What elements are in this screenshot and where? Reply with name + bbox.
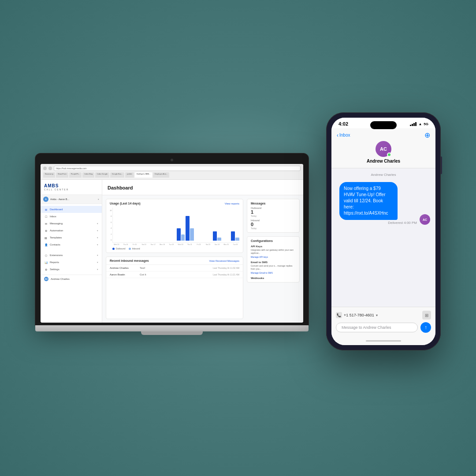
sidebar-item-label: Dashboard bbox=[50, 208, 63, 211]
message-bubble: Now offering a $79 HVAV Tune-Up! Offer v… bbox=[339, 182, 398, 220]
send-button[interactable]: ↑ bbox=[420, 322, 431, 333]
wifi-icon: ▲ bbox=[418, 122, 422, 126]
sidebar-item-extensions[interactable]: ⬡ Extensions ▾ bbox=[41, 252, 102, 259]
phone-time: 4:02 bbox=[338, 121, 348, 126]
sidebar-account[interactable]: A Ambs - Aaron B... ▾ bbox=[41, 195, 102, 204]
browser-tab[interactable]: SharePoint bbox=[56, 172, 68, 178]
chevron-down-icon: ▾ bbox=[97, 254, 98, 257]
more-options-button[interactable]: ⊕ bbox=[424, 131, 430, 139]
browser-tab[interactable]: Index Google bbox=[95, 172, 109, 178]
inbound-bar bbox=[217, 238, 221, 241]
phone-number-display: 📞 +1 517-780-4601 ▾ bbox=[336, 312, 378, 318]
chart-bar-group bbox=[213, 231, 221, 241]
table-row[interactable]: Andrew Charles Test! Last Thursday At 11… bbox=[106, 265, 243, 271]
browser-tab[interactable]: picklet bbox=[125, 172, 134, 178]
message-avatar: AC bbox=[420, 214, 430, 225]
account-chevron: ▾ bbox=[98, 198, 99, 201]
message-row: Now offering a $79 HVAV Tune-Up! Offer v… bbox=[337, 182, 430, 225]
message-delivered: Delivered 4:00 PM bbox=[339, 221, 417, 225]
screen-bezel: https://hub.messagemedia.com Basecamp Sh… bbox=[35, 153, 309, 325]
x-label: Fri 22 bbox=[195, 244, 203, 245]
browser-tab[interactable]: Index Bing bbox=[82, 172, 94, 178]
conv-header-top: ‹ Inbox ⊕ bbox=[337, 131, 430, 139]
phone-body: 4:02 ▲ 5G bbox=[326, 112, 441, 350]
phone-home-bar bbox=[331, 336, 435, 345]
browser-tab[interactable]: Employee Ann... bbox=[153, 172, 169, 178]
sidebar-item-contacts[interactable]: 👤 Contacts ▾ bbox=[41, 241, 102, 248]
contact-name: Aaron Boatin bbox=[110, 273, 136, 276]
browser-tab[interactable]: Google Bus... bbox=[110, 172, 124, 178]
y-label: 4 bbox=[110, 227, 112, 229]
compose-icon[interactable]: ⊞ bbox=[422, 311, 431, 320]
sidebar-item-reports[interactable]: 📊 Reports ▾ bbox=[41, 259, 102, 266]
back-chevron-icon: ‹ bbox=[337, 132, 338, 138]
browser-nav: https://hub.messagemedia.com bbox=[43, 166, 301, 171]
phone-number-row: 📞 +1 517-780-4601 ▾ ⊞ bbox=[336, 311, 431, 320]
sidebar-item-automation[interactable]: ⚙ Automation ▾ bbox=[41, 227, 102, 234]
account-name: Ambs - Aaron B... bbox=[50, 198, 96, 201]
sidebar-item-dashboard[interactable]: ⊞ Dashboard bbox=[41, 206, 102, 213]
template-icon: ▤ bbox=[44, 236, 48, 239]
phone-status-bar: 4:02 ▲ 5G bbox=[331, 118, 435, 128]
outbound-bar bbox=[186, 216, 190, 241]
config-name: Webhooks bbox=[251, 277, 296, 279]
nav-back-btn[interactable] bbox=[43, 167, 47, 170]
y-label: 0 bbox=[110, 239, 112, 241]
sidebar-item-label: Reports bbox=[50, 261, 59, 264]
recent-messages-header: Recent inbound messages View Received Me… bbox=[106, 257, 243, 265]
phone-icon: 📞 bbox=[336, 312, 342, 318]
user-avatar-icon: AC bbox=[44, 277, 48, 281]
browser-tab-active[interactable]: HubSpot's SBM... bbox=[135, 172, 152, 178]
usage-card-header: Usage (Last 14 days) View reports bbox=[110, 202, 239, 205]
browser-tab[interactable]: Basecamp bbox=[43, 172, 55, 178]
chart-area: Wed 13 Thu 14 Fri 15 Sat 16 Sun 17 Mon 1… bbox=[112, 208, 239, 250]
chart-y-labels: 10 8 6 4 2 0 bbox=[110, 208, 112, 243]
message-input[interactable]: Message to Andrew Charles bbox=[336, 323, 418, 332]
config-title: Configurations bbox=[251, 239, 296, 242]
view-received-link[interactable]: View Received Messages bbox=[209, 260, 239, 262]
chevron-down-icon: ▾ bbox=[97, 268, 98, 271]
browser-chrome: https://hub.messagemedia.com Basecamp Sh… bbox=[41, 164, 303, 180]
nav-forward-btn[interactable] bbox=[48, 167, 52, 170]
phone-notch bbox=[370, 121, 397, 129]
inbound-period: Today bbox=[251, 227, 296, 230]
back-button[interactable]: ‹ Inbox bbox=[337, 132, 350, 138]
content-right: Messages Outbound 1 Today Inbound bbox=[247, 199, 300, 319]
phone: 4:02 ▲ 5G bbox=[326, 112, 441, 350]
signal-bar-3 bbox=[413, 123, 415, 126]
config-item-webhooks: Webhooks bbox=[251, 277, 296, 279]
laptop-screen: https://hub.messagemedia.com Basecamp Sh… bbox=[41, 164, 303, 323]
outbound-stat: Outbound 1 Today bbox=[251, 207, 296, 217]
phone-screen: 4:02 ▲ 5G bbox=[331, 118, 435, 345]
back-label: Inbox bbox=[339, 133, 350, 138]
manage-api-link[interactable]: Manage API keys bbox=[251, 256, 296, 258]
sender-label: Andrew Charles bbox=[337, 173, 430, 177]
sidebar-item-settings[interactable]: ⚙ Settings ▾ bbox=[41, 266, 102, 273]
outbound-bar bbox=[231, 231, 235, 241]
sidebar-item-templates[interactable]: ▤ Templates ▾ bbox=[41, 234, 102, 241]
table-row[interactable]: Aaron Boatin Got It Last Thursday At 11:… bbox=[106, 271, 243, 278]
address-bar[interactable]: https://hub.messagemedia.com bbox=[54, 166, 301, 171]
ambs-logo-sub: CALL CENTER bbox=[44, 188, 98, 191]
gear-icon: ⚙ bbox=[44, 268, 48, 271]
sidebar-nav: ⊞ Dashboard ☐ Inbox ✉ Messaging bbox=[41, 204, 102, 275]
y-label: 6 bbox=[110, 221, 112, 223]
manage-email-link[interactable]: Manage Email to SMS bbox=[251, 271, 296, 274]
contact-avatar: AC bbox=[376, 141, 391, 157]
message-time: Last Thursday At 11:21 AM bbox=[213, 273, 239, 276]
laptop-camera bbox=[171, 159, 173, 161]
account-avatar: A bbox=[43, 197, 48, 202]
message-icon: ✉ bbox=[44, 222, 48, 225]
x-label: Tue 19 bbox=[167, 244, 175, 245]
sidebar-item-user[interactable]: AC Andrew Charles bbox=[41, 275, 102, 283]
ambs-logo-text: AMBS bbox=[44, 183, 98, 188]
x-label: Mon 18 bbox=[158, 244, 166, 245]
browser-tab[interactable]: PeoplePh... bbox=[69, 172, 82, 178]
phone-dropdown-icon[interactable]: ▾ bbox=[376, 313, 378, 317]
conversation-header: ‹ Inbox ⊕ AC Andrew Charles bbox=[331, 128, 435, 168]
phone-side-button[interactable] bbox=[441, 156, 442, 174]
view-reports-link[interactable]: View reports bbox=[225, 202, 239, 205]
sidebar-item-inbox[interactable]: ☐ Inbox bbox=[41, 213, 102, 220]
chart-x-labels: Wed 13 Thu 14 Fri 15 Sat 16 Sun 17 Mon 1… bbox=[112, 244, 239, 245]
sidebar-item-messaging[interactable]: ✉ Messaging ▾ bbox=[41, 220, 102, 227]
